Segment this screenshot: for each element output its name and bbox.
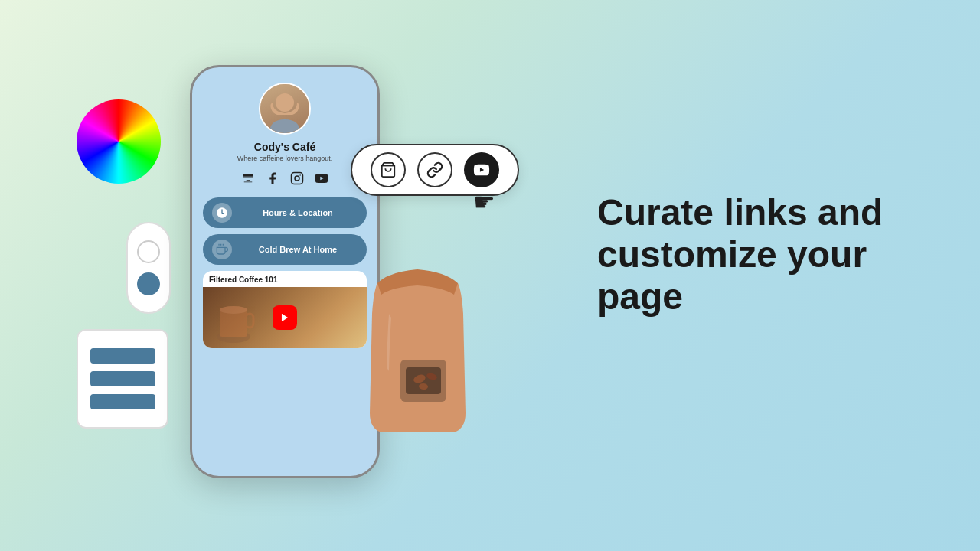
svg-point-10 <box>220 306 247 314</box>
cafe-name: Cody's Café <box>254 141 315 153</box>
color-wheel <box>77 99 161 184</box>
list-bar-1 <box>90 348 155 364</box>
svg-rect-11 <box>246 314 253 328</box>
cold-brew-button[interactable]: Cold Brew At Home <box>203 234 367 265</box>
coffee-bag-illustration <box>358 237 477 452</box>
svg-point-3 <box>299 174 301 176</box>
youtube-social-icon[interactable] <box>313 170 330 187</box>
link-icon-button[interactable] <box>417 152 452 187</box>
video-thumbnail <box>203 287 367 348</box>
social-icons-row <box>240 170 330 187</box>
cursor-pointer: ☛ <box>473 190 495 214</box>
svg-point-2 <box>295 176 299 181</box>
video-card[interactable]: Filtered Coffee 101 <box>203 271 367 348</box>
svg-rect-9 <box>220 310 247 337</box>
youtube-bar-icon-button[interactable] <box>464 152 499 187</box>
hours-location-label: Hours & Location <box>238 208 358 217</box>
toggle-ball-top <box>137 240 160 263</box>
bag-icon-button[interactable] <box>371 152 406 187</box>
avatar <box>259 83 311 135</box>
toggle-widget <box>126 222 171 314</box>
hours-location-button[interactable]: Hours & Location <box>203 197 367 228</box>
play-button[interactable] <box>273 305 297 330</box>
instagram-icon[interactable] <box>289 170 305 187</box>
toggle-ball-bottom <box>137 272 160 295</box>
hours-icon <box>212 203 232 223</box>
main-heading: Curate links and customize your page <box>597 191 934 318</box>
svg-rect-1 <box>292 173 303 184</box>
facebook-icon[interactable] <box>264 170 281 187</box>
cold-brew-icon <box>212 240 232 259</box>
video-title: Filtered Coffee 101 <box>203 271 367 287</box>
cafe-tagline: Where caffeine lovers hangout. <box>237 155 332 162</box>
cold-brew-label: Cold Brew At Home <box>238 245 358 254</box>
svg-point-0 <box>276 93 294 112</box>
list-bar-2 <box>90 371 155 386</box>
phone-frame: Cody's Café Where caffeine lovers hangou… <box>190 65 380 478</box>
list-widget <box>77 329 168 429</box>
list-bar-3 <box>90 394 155 409</box>
main-text-block: Curate links and customize your page <box>597 191 934 318</box>
store-icon[interactable] <box>240 170 256 187</box>
